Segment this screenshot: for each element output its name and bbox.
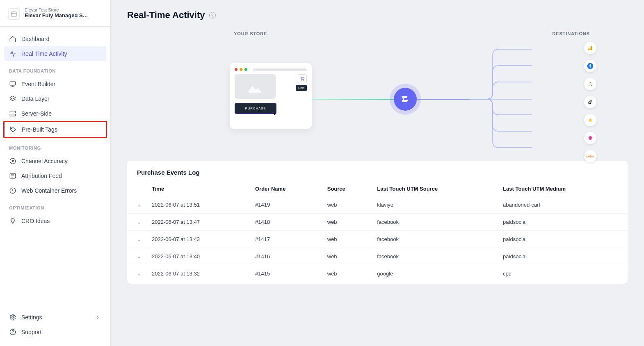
sidebar-item-label: Dashboard xyxy=(21,36,50,42)
elevar-hub-icon xyxy=(394,88,417,111)
sidebar-item-web-container-errors[interactable]: Web Container Errors xyxy=(4,183,106,198)
sidebar-item-label: Settings xyxy=(21,314,42,321)
url-bar-placeholder xyxy=(253,68,307,71)
sidebar-item-label: Web Container Errors xyxy=(21,187,77,194)
cell-source: web xyxy=(322,214,372,231)
flow-label-destinations: DESTINATIONS xyxy=(552,31,590,36)
monitor-icon xyxy=(9,80,16,88)
help-icon xyxy=(9,328,16,336)
sidebar-item-label: Support xyxy=(21,329,41,335)
sidebar-item-data-layer[interactable]: Data Layer xyxy=(4,91,106,106)
sidebar-item-server-side[interactable]: Server-Side xyxy=(4,106,106,121)
store-header[interactable]: Elevar Test Store Elevar Fuly Managed S… xyxy=(0,5,110,27)
activity-icon xyxy=(9,50,16,57)
sidebar-item-channel-accuracy[interactable]: Channel Accuracy xyxy=(4,154,106,168)
sidebar-section-data: DATA FOUNDATION xyxy=(4,61,106,77)
shield-icon xyxy=(584,132,596,144)
purchase-events-log: Purchase Events Log Time Order Name Sour… xyxy=(127,161,628,284)
cell-order: #1417 xyxy=(250,231,322,248)
cell-time: 2022-06-07 at 13:32 xyxy=(147,265,250,282)
tag-icon xyxy=(9,126,17,133)
gear-icon xyxy=(9,314,16,321)
store-logo-icon xyxy=(8,8,20,20)
cell-utm-medium: paidsocial xyxy=(498,248,628,265)
sidebar-item-dashboard[interactable]: Dashboard xyxy=(4,32,106,46)
svg-point-16 xyxy=(590,82,591,84)
cell-utm-medium: abandoned-cart xyxy=(498,196,628,214)
sidebar-item-realtime[interactable]: Real-Time Activity xyxy=(4,46,106,61)
cell-utm-medium: paidsocial xyxy=(498,231,628,248)
cell-order: #1415 xyxy=(250,265,322,282)
flow-line-green xyxy=(312,99,394,100)
sidebar-section-optimization: OPTIMIZATION xyxy=(4,198,106,214)
cart-icon xyxy=(298,74,307,83)
sidebar-item-label: Channel Accuracy xyxy=(21,158,68,164)
alert-icon xyxy=(9,187,16,194)
branch-lines xyxy=(470,41,532,160)
svg-point-14 xyxy=(588,49,590,50)
cell-time: 2022-06-07 at 13:40 xyxy=(147,248,250,265)
svg-rect-12 xyxy=(591,46,592,50)
svg-point-17 xyxy=(589,85,590,86)
sidebar-item-label: Event Builder xyxy=(21,81,55,87)
cell-time: 2022-06-07 at 13:47 xyxy=(147,214,250,231)
google-ads-icon xyxy=(584,78,596,90)
cell-utm-source: facebook xyxy=(372,214,498,231)
col-utm-medium: Last Touch UTM Medium xyxy=(498,182,628,196)
chevron-down-icon: ⌄ xyxy=(137,254,141,260)
cell-source: web xyxy=(322,248,372,265)
window-dot-yellow xyxy=(240,68,242,71)
sidebar-item-pre-built-tags[interactable]: Pre-Built Tags xyxy=(3,121,107,138)
cell-order: #1416 xyxy=(250,248,322,265)
layers-icon xyxy=(9,95,16,102)
chevron-down-icon: ⌄ xyxy=(137,271,141,277)
sidebar-item-cro-ideas[interactable]: CRO Ideas xyxy=(4,214,106,228)
purchase-button: PURCHASE ➤ xyxy=(235,103,276,114)
window-dot-green xyxy=(244,68,247,71)
cell-utm-source: facebook xyxy=(372,231,498,248)
table-row[interactable]: ⌄2022-06-07 at 13:47#1418webfacebookpaid… xyxy=(127,214,628,231)
svg-rect-2 xyxy=(10,111,16,113)
svg-point-10 xyxy=(301,80,302,81)
feed-icon xyxy=(9,172,16,180)
sidebar-item-settings[interactable]: Settings xyxy=(4,310,106,325)
col-time: Time xyxy=(147,182,250,196)
table-row[interactable]: ⌄2022-06-07 at 13:51#1419webklaviyoaband… xyxy=(127,196,628,214)
destinations-column: ★ criteo xyxy=(584,42,596,162)
svg-rect-1 xyxy=(10,82,16,85)
google-analytics-icon xyxy=(584,42,596,54)
main-content: Real-Time Activity ? YOUR STORE DESTINAT… xyxy=(111,0,644,346)
cell-source: web xyxy=(322,231,372,248)
bulb-icon xyxy=(9,217,16,225)
sidebar-item-attribution-feed[interactable]: Attribution Feed xyxy=(4,168,106,183)
star-icon: ★ xyxy=(584,114,596,126)
cell-source: web xyxy=(322,196,372,214)
cursor-icon: ➤ xyxy=(273,112,277,116)
svg-point-11 xyxy=(303,80,304,81)
purchase-label: PURCHASE xyxy=(245,107,266,110)
table-row[interactable]: ⌄2022-06-07 at 13:40#1416webfacebookpaid… xyxy=(127,248,628,265)
svg-rect-0 xyxy=(11,12,16,17)
sidebar: Elevar Test Store Elevar Fuly Managed S…… xyxy=(0,0,111,346)
compass-icon xyxy=(9,157,16,165)
sidebar-item-label: CRO Ideas xyxy=(21,218,50,224)
sidebar-item-label: Data Layer xyxy=(21,96,49,102)
cell-utm-source: klaviyo xyxy=(372,196,498,214)
home-icon xyxy=(9,35,16,43)
svg-rect-3 xyxy=(10,114,16,116)
cell-utm-source: facebook xyxy=(372,248,498,265)
svg-rect-13 xyxy=(589,47,591,50)
table-row[interactable]: ⌄2022-06-07 at 13:43#1417webfacebookpaid… xyxy=(127,231,628,248)
store-subtitle: Elevar Test Store xyxy=(25,7,88,12)
sidebar-item-support[interactable]: Support xyxy=(4,325,106,339)
cell-source: web xyxy=(322,265,372,282)
store-title: Elevar Fuly Managed S… xyxy=(25,12,88,18)
sidebar-item-event-builder[interactable]: Event Builder xyxy=(4,77,106,91)
col-order: Order Name xyxy=(250,182,322,196)
image-placeholder-icon xyxy=(235,74,276,99)
server-icon xyxy=(9,110,16,117)
cell-utm-medium: paidsocial xyxy=(498,214,628,231)
help-tooltip-icon[interactable]: ? xyxy=(209,12,216,18)
cell-order: #1418 xyxy=(250,214,322,231)
table-row[interactable]: ⌄2022-06-07 at 13:32#1415webgooglecpc xyxy=(127,265,628,282)
